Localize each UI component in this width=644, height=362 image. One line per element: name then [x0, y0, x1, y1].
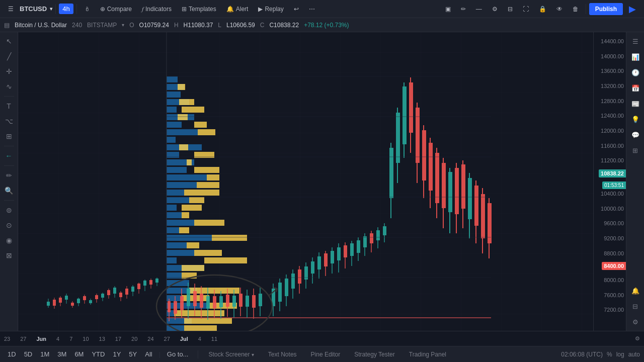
pattern-icon: ⊞ — [6, 132, 12, 140]
lock-scale-tool[interactable]: ⊙ — [2, 218, 16, 232]
high-label: H — [174, 22, 179, 29]
chart-layout-button[interactable]: ▣ — [441, 4, 455, 15]
trade-button[interactable]: 📊 — [628, 50, 642, 64]
back-button[interactable]: ← — [2, 149, 16, 163]
svg-rect-166 — [370, 233, 373, 243]
pine-editor-tab[interactable]: Pine Editor — [307, 349, 345, 360]
svg-rect-194 — [461, 164, 465, 209]
calendar-button[interactable]: 📅 — [628, 81, 642, 95]
alert-right-button[interactable]: 🔔 — [628, 284, 642, 298]
fullscreen-button[interactable]: ⛶ — [519, 4, 533, 15]
delete-icon: ⊠ — [6, 251, 12, 259]
log-button[interactable]: log — [616, 351, 624, 358]
chat-icon: 💬 — [631, 131, 639, 139]
chart-svg — [18, 32, 626, 331]
tf-1y-button[interactable]: 1Y — [109, 349, 124, 359]
replay-button[interactable]: ▶ Replay — [254, 4, 287, 15]
fibonacci-tool[interactable]: ⌥ — [2, 114, 16, 128]
tv-logo-button[interactable]: ▶ — [625, 2, 640, 17]
exchange-name: BITSTAMP — [87, 22, 117, 29]
layout-button[interactable]: ⊟ — [504, 4, 517, 15]
news-button[interactable]: 📰 — [628, 97, 642, 111]
svg-rect-51 — [182, 212, 189, 218]
draw-line-tool[interactable]: ╱ — [2, 49, 16, 63]
crosshair-tool[interactable]: ✛ — [2, 64, 16, 78]
svg-rect-180 — [416, 108, 420, 163]
lock-button[interactable]: 🔒 — [535, 4, 550, 15]
cursor-tool[interactable]: ↖ — [2, 34, 16, 48]
price-14000: 14000.00 — [601, 53, 624, 59]
tf-1d-button[interactable]: 1D — [4, 349, 20, 359]
templates-button[interactable]: ⊞ Templates — [178, 4, 220, 15]
text-notes-tab[interactable]: Text Notes — [264, 349, 301, 360]
ideas-button[interactable]: 💡 — [628, 112, 642, 126]
auto-button[interactable]: auto — [628, 351, 640, 358]
timeframe-4h-button[interactable]: 4h — [59, 4, 73, 14]
svg-rect-86 — [101, 294, 104, 298]
pattern-tool[interactable]: ⊞ — [2, 129, 16, 143]
lock-scale-icon: ⊙ — [6, 221, 12, 229]
eye-tool[interactable]: ◉ — [2, 233, 16, 247]
drawing-tools-button[interactable]: ✏ — [457, 4, 470, 15]
settings-button[interactable]: ⚙ — [488, 4, 502, 15]
tf-1m-button[interactable]: 1M — [37, 349, 53, 359]
clock-button[interactable]: 🕐 — [628, 65, 642, 79]
svg-rect-106 — [168, 301, 171, 312]
sep-right — [586, 4, 586, 14]
datawindow-button[interactable]: ⊞ — [628, 143, 642, 157]
trading-panel-tab[interactable]: Trading Panel — [405, 349, 450, 360]
trash-tool[interactable]: ⊠ — [2, 248, 16, 262]
stock-screener-tab[interactable]: Stock Screener ▾ — [204, 349, 258, 360]
strategy-tester-tab[interactable]: Strategy Tester — [350, 349, 398, 360]
svg-rect-6 — [167, 107, 177, 113]
annotation-tool[interactable]: ✏ — [2, 168, 16, 183]
candle-icon: 🕯 — [84, 6, 90, 13]
time-23: 23 — [4, 336, 10, 342]
chart-type-button[interactable]: 🕯 — [80, 4, 94, 15]
alert-button[interactable]: 🔔 Alert — [222, 4, 253, 15]
settings-right-button[interactable]: ☰ — [628, 34, 642, 48]
zoom-icon: 🔍 — [5, 187, 13, 195]
eye-button[interactable]: 👁 — [552, 4, 567, 15]
svg-rect-15 — [167, 174, 207, 180]
undo-button[interactable]: ↩ — [290, 4, 303, 15]
tf-6m-button[interactable]: 6M — [71, 349, 87, 359]
goto-button[interactable]: Go to... — [164, 349, 192, 359]
tf-all-button[interactable]: All — [141, 349, 155, 359]
svg-rect-22 — [167, 227, 179, 233]
tf-5y-button[interactable]: 5Y — [125, 349, 140, 359]
indicators-button[interactable]: 𝑓 Indicators — [138, 4, 176, 15]
layout-icon: ▣ — [445, 6, 451, 13]
svg-rect-148 — [311, 261, 314, 274]
symbol-full-name: Bitcoin / U.S. Dollar — [15, 22, 67, 29]
delete-button[interactable]: 🗑 — [569, 4, 583, 15]
curve-tool[interactable]: ∿ — [2, 79, 16, 94]
indicator-right-button[interactable]: ⊟ — [628, 299, 642, 313]
price-8800: 8800.00 — [604, 250, 624, 256]
timeframe-settings-icon[interactable]: ⚙ — [635, 335, 640, 342]
chat-button[interactable]: 💬 — [628, 128, 642, 142]
chart-area[interactable]: 14400.00 14000.00 13600.00 13200.00 1280… — [18, 32, 626, 331]
svg-rect-68 — [47, 302, 50, 306]
annotation-icon: ✏ — [6, 171, 12, 179]
magnet-tool[interactable]: ⊚ — [2, 203, 16, 217]
svg-rect-29 — [167, 280, 189, 286]
redo-button[interactable]: ⋯ — [305, 4, 319, 15]
percent-sign: % — [607, 351, 612, 358]
svg-rect-20 — [167, 212, 182, 218]
hamburger-menu-button[interactable]: ☰ — [4, 4, 18, 15]
publish-button[interactable]: Publish — [589, 3, 623, 15]
line-style-button[interactable]: — — [472, 4, 486, 15]
tf-ytd-button[interactable]: YTD — [88, 349, 108, 359]
tf-5d-button[interactable]: 5D — [21, 349, 36, 359]
tf-3m-button[interactable]: 3M — [54, 349, 70, 359]
text-tool[interactable]: T — [2, 99, 16, 113]
svg-rect-90 — [113, 288, 116, 294]
settings-cog-button[interactable]: ⚙ — [628, 315, 642, 329]
replay-icon: ▶ — [258, 6, 263, 13]
time-4b: 4 — [198, 336, 201, 342]
symbol-selector[interactable]: BTCUSD ▾ — [20, 5, 52, 13]
svg-rect-74 — [65, 296, 68, 300]
compare-button[interactable]: ⊕ Compare — [96, 4, 136, 15]
zoom-tool[interactable]: 🔍 — [2, 184, 16, 198]
